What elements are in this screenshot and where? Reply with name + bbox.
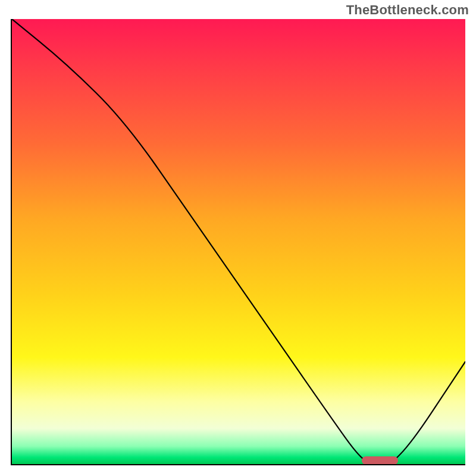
chart-container: TheBottleneck.com [0,0,476,476]
plot-area [12,19,465,464]
bottleneck-curve [12,19,465,464]
sweet-spot-marker [362,456,398,464]
plot-axes [11,19,465,465]
watermark-text: TheBottleneck.com [346,2,469,18]
